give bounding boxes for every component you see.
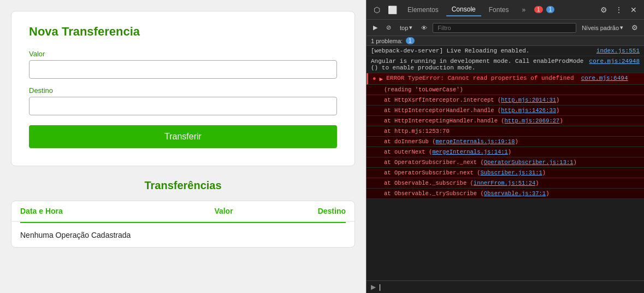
error-line4-text: at http.mjs:1253:70 xyxy=(384,128,450,134)
error-line6-link[interactable]: mergeInternals.js:14:1 xyxy=(432,149,508,155)
destino-label: Destino xyxy=(29,86,337,95)
tab-fontes[interactable]: Fontes xyxy=(483,4,515,16)
transferencias-section: Transferências Data e Hora Valor Destino… xyxy=(11,179,355,248)
console-input-line: ▶ | xyxy=(367,280,644,293)
top-btn[interactable]: top ▾ xyxy=(397,23,416,32)
destino-input[interactable] xyxy=(29,97,337,115)
transfers-card: Data e Hora Valor Destino Nenhuma Operaç… xyxy=(11,201,355,248)
empty-row: Nenhuma Operação Cadastrada xyxy=(11,223,355,247)
error-line3-text: at HttpInterceptingHandler.handle (http.… xyxy=(384,118,563,124)
error-line8-link[interactable]: Subscriber.js:31:1 xyxy=(480,169,542,176)
problems-badge: 1 xyxy=(406,37,415,44)
console-gear-btn[interactable]: ⚙ xyxy=(629,22,641,33)
error-triangle-icon: ▶ xyxy=(380,75,383,83)
error-detail-3: at HttpInterceptingHandler.handle (http.… xyxy=(367,116,644,126)
col-data-header: Data e Hora xyxy=(20,207,183,215)
col-destino-header: Destino xyxy=(264,207,346,215)
error-badge: 1 xyxy=(534,6,543,13)
error-line1-text: at HttpXsrfInterceptor.intercept (http.m… xyxy=(384,97,559,103)
error-line9-link[interactable]: innerFrom.js:51:24 xyxy=(474,180,535,186)
devtools-topbar: ⬡ ⬜ Elementos Console Fontes » 1 1 ⚙ ⋮ ✕ xyxy=(367,0,644,20)
console-prompt-icon: ▶ xyxy=(371,283,376,291)
error-reading-text: (reading 'toLowerCase') xyxy=(384,86,463,93)
col-valor-header: Valor xyxy=(183,207,264,215)
error-main-line: ● ▶ ERROR TypeError: Cannot read propert… xyxy=(367,73,644,85)
error-detail-1: at HttpXsrfInterceptor.intercept (http.m… xyxy=(367,95,644,106)
error-detail-10: at Observable._trySubscribe (Observable.… xyxy=(367,189,644,199)
error-circle-icon: ● xyxy=(373,75,376,82)
error-line3-link[interactable]: http.mjs:2069:27 xyxy=(505,118,560,124)
error-reading-line: (reading 'toLowerCase') xyxy=(367,85,644,95)
log2-text: Angular is running in development mode. … xyxy=(371,58,586,71)
error-line6-text: at outerNext (mergeInternals.js:14:1) xyxy=(384,149,511,155)
close-devtools-btn[interactable]: ✕ xyxy=(628,4,640,15)
nova-transferencia-card: Nova Transferencia Valor Destino Transfe… xyxy=(11,11,355,166)
log1-link[interactable]: index.js:551 xyxy=(596,48,640,54)
niveis-label: Níveis padrão xyxy=(582,25,619,31)
eye-btn[interactable]: 👁 xyxy=(418,24,430,32)
log1-text: [webpack-dev-server] Live Reloading enab… xyxy=(371,48,593,54)
inspect-icon-btn[interactable]: ⬡ xyxy=(371,4,383,15)
error-line7-text: at OperatorSubscriber._next (OperatorSub… xyxy=(384,159,577,166)
error-main-link[interactable]: core.mjs:6494 xyxy=(581,75,628,81)
console-content: [webpack-dev-server] Live Reloading enab… xyxy=(367,46,644,280)
console-cursor[interactable]: | xyxy=(379,283,381,291)
error-detail-7: at OperatorSubscriber._next (OperatorSub… xyxy=(367,157,644,168)
error-line1-link[interactable]: http.mjs:2014:31 xyxy=(501,97,556,103)
niveis-btn[interactable]: Níveis padrão ▾ xyxy=(578,23,627,32)
error-detail-4: at http.mjs:1253:70 xyxy=(367,126,644,137)
top-label: top xyxy=(400,25,408,31)
play-btn[interactable]: ▶ xyxy=(370,23,381,32)
error-line10-text: at Observable._trySubscribe (Observable.… xyxy=(384,190,549,197)
devtools-problembar: 1 problema: 1 xyxy=(367,36,644,46)
transferencias-title: Transferências xyxy=(11,179,355,192)
log-line-2: Angular is running in development mode. … xyxy=(367,56,644,73)
chevron-down-2-icon: ▾ xyxy=(620,24,623,31)
error-line5-text: at doInnerSub (mergeInternals.js:19:18) xyxy=(384,138,518,145)
tab-console[interactable]: Console xyxy=(446,3,481,16)
log-line-1: [webpack-dev-server] Live Reloading enab… xyxy=(367,46,644,56)
tab-elementos[interactable]: Elementos xyxy=(402,4,444,16)
devtools-panel: ⬡ ⬜ Elementos Console Fontes » 1 1 ⚙ ⋮ ✕… xyxy=(366,0,644,293)
error-line7-link[interactable]: OperatorSubscriber.js:13:1 xyxy=(484,159,574,166)
device-icon-btn[interactable]: ⬜ xyxy=(385,4,400,15)
valor-input[interactable] xyxy=(29,60,337,79)
error-line8-text: at OperatorSubscriber.next (Subscriber.j… xyxy=(384,169,546,176)
filter-input[interactable] xyxy=(433,23,576,33)
log2-link[interactable]: core.mjs:24948 xyxy=(589,58,640,65)
chevron-down-icon: ▾ xyxy=(409,24,412,31)
app-panel: Nova Transferencia Valor Destino Transfe… xyxy=(0,0,366,293)
error-detail-6: at outerNext (mergeInternals.js:14:1) xyxy=(367,147,644,157)
error-detail-9: at Observable._subscribe (innerFrom.js:5… xyxy=(367,178,644,189)
error-line5-link[interactable]: mergeInternals.js:19:18 xyxy=(436,138,515,145)
error-main-text: ERROR TypeError: Cannot read properties … xyxy=(386,75,640,81)
nova-transferencia-title: Nova Transferencia xyxy=(29,25,337,39)
error-line2-text: at HttpInterceptorHandler.handle (http.m… xyxy=(384,107,559,114)
error-line2-link[interactable]: http.mjs:1426:33 xyxy=(501,107,556,114)
transferir-button[interactable]: Transferir xyxy=(29,125,337,148)
error-detail-2: at HttpInterceptorHandler.handle (http.m… xyxy=(367,106,644,116)
table-header: Data e Hora Valor Destino xyxy=(11,201,355,222)
message-badge: 1 xyxy=(546,6,555,13)
error-detail-5: at doInnerSub (mergeInternals.js:19:18) xyxy=(367,137,644,147)
block-btn[interactable]: ⊘ xyxy=(383,23,394,32)
more-options-btn[interactable]: ⋮ xyxy=(612,4,625,15)
settings-icon-btn[interactable]: ⚙ xyxy=(598,4,610,15)
tab-more[interactable]: » xyxy=(516,4,531,16)
problems-label: 1 problema: xyxy=(371,38,403,44)
devtools-secondbar: ▶ ⊘ top ▾ 👁 Níveis padrão ▾ ⚙ xyxy=(367,20,644,36)
valor-label: Valor xyxy=(29,50,337,58)
error-detail-8: at OperatorSubscriber.next (Subscriber.j… xyxy=(367,168,644,178)
error-line9-text: at Observable._subscribe (innerFrom.js:5… xyxy=(384,180,539,186)
error-line10-link[interactable]: Observable.js:37:1 xyxy=(484,190,546,197)
